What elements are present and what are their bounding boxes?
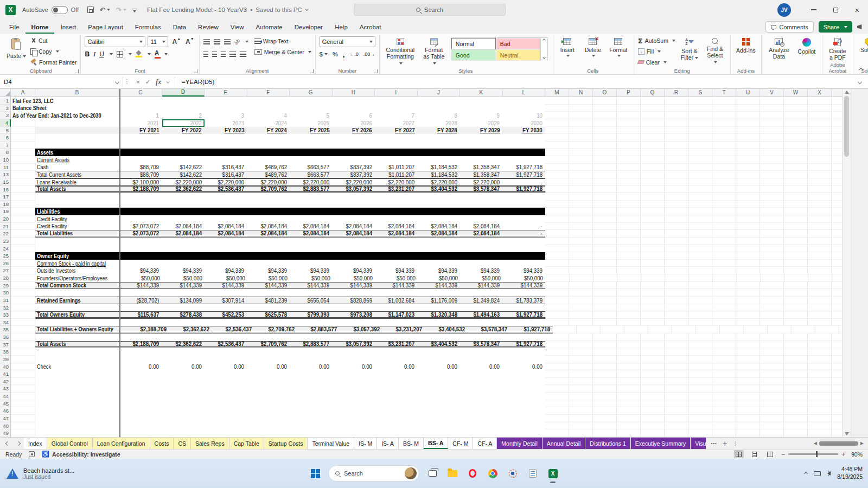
tab-scroll-left-icon[interactable] bbox=[2, 438, 13, 449]
cell-T6[interactable] bbox=[712, 134, 736, 142]
redo-dropdown-icon[interactable] bbox=[123, 9, 126, 11]
cell-E25[interactable] bbox=[205, 252, 247, 260]
accounting-dropdown-icon[interactable] bbox=[324, 53, 328, 55]
cell-X30[interactable] bbox=[808, 289, 832, 297]
cell-B10[interactable]: Current Assets bbox=[35, 156, 119, 164]
cell-V46[interactable] bbox=[760, 407, 784, 415]
cell-D4[interactable]: 2022 bbox=[162, 119, 205, 127]
cell-G31[interactable]: $655,054 bbox=[290, 297, 333, 304]
cell-F43[interactable] bbox=[247, 385, 290, 393]
cell-W46[interactable] bbox=[784, 407, 808, 415]
cell-S2[interactable] bbox=[688, 105, 712, 112]
cell-D7[interactable] bbox=[162, 142, 205, 149]
cell-E27[interactable]: $94,339 bbox=[205, 267, 247, 274]
cell-L36[interactable] bbox=[503, 333, 546, 341]
cell-W18[interactable] bbox=[784, 201, 808, 208]
column-header-B[interactable]: B bbox=[35, 89, 119, 97]
cell-I21[interactable]: $2,084,184 bbox=[375, 223, 418, 230]
row-header-16[interactable]: 16 bbox=[0, 186, 11, 194]
cell-T41[interactable] bbox=[712, 370, 736, 378]
cell-I37[interactable]: $3,231,207 bbox=[375, 342, 418, 347]
cell-P40[interactable] bbox=[617, 363, 641, 371]
cell-K6[interactable] bbox=[460, 134, 503, 142]
cell-I2[interactable] bbox=[375, 105, 418, 112]
column-header-U[interactable]: U bbox=[736, 89, 760, 97]
cell-E36[interactable] bbox=[205, 333, 247, 341]
cell-A19[interactable] bbox=[11, 208, 35, 215]
fx-dropdown-icon[interactable] bbox=[166, 80, 170, 84]
cell-K23[interactable] bbox=[460, 237, 503, 245]
cell-L18[interactable] bbox=[503, 201, 546, 208]
cell-D20[interactable] bbox=[162, 215, 205, 223]
cell-E18[interactable] bbox=[205, 201, 247, 208]
collapse-ribbon-icon[interactable] bbox=[859, 66, 863, 73]
cell-D2[interactable] bbox=[162, 105, 205, 112]
cell-N34[interactable] bbox=[569, 319, 593, 326]
cell-N13[interactable] bbox=[569, 171, 593, 178]
cell-B37[interactable]: Total Assets bbox=[35, 342, 119, 347]
cell-D22[interactable]: $2,084,184 bbox=[162, 230, 205, 236]
cell-B45[interactable] bbox=[35, 400, 119, 408]
sort-filter-button[interactable]: AZ Sort & Filter bbox=[678, 36, 701, 67]
cell-U39[interactable] bbox=[736, 356, 760, 363]
cell-A30[interactable] bbox=[11, 289, 35, 297]
cell-O30[interactable] bbox=[593, 289, 617, 297]
cell-N47[interactable] bbox=[569, 415, 593, 422]
cell-E40[interactable]: 0.00 bbox=[205, 363, 247, 371]
cell-H47[interactable] bbox=[333, 415, 375, 422]
cell-T24[interactable] bbox=[712, 245, 736, 253]
underline-button[interactable]: U bbox=[99, 50, 104, 58]
hscroll-right-icon[interactable]: ▶ bbox=[860, 441, 864, 446]
cell-D40[interactable]: 0.00 bbox=[162, 363, 205, 371]
zoom-thumb[interactable] bbox=[816, 451, 818, 457]
cell-E15[interactable]: $2,220,000 bbox=[205, 179, 247, 185]
cell-T25[interactable] bbox=[712, 252, 736, 260]
cell-B11[interactable]: Cash bbox=[35, 164, 119, 171]
cell-W17[interactable] bbox=[784, 193, 808, 201]
row-header-19[interactable]: 19 bbox=[0, 208, 11, 215]
cell-E5[interactable]: FY 2023 bbox=[205, 127, 247, 134]
sheet-tab-cf-a[interactable]: CF- A bbox=[473, 438, 497, 449]
zoom-in-icon[interactable]: + bbox=[841, 451, 845, 458]
cell-O44[interactable] bbox=[593, 393, 617, 400]
cell-D49[interactable] bbox=[162, 429, 205, 437]
cell-F3[interactable]: 4 bbox=[247, 112, 290, 119]
cell-R19[interactable] bbox=[665, 208, 688, 215]
cell-V30[interactable] bbox=[760, 289, 784, 297]
cell-E7[interactable] bbox=[205, 142, 247, 149]
cell-Q27[interactable] bbox=[641, 267, 665, 274]
cell-W8[interactable] bbox=[784, 149, 808, 156]
cell-E33[interactable]: $452,253 bbox=[205, 312, 247, 317]
cell-W16[interactable] bbox=[784, 186, 808, 194]
cell-C38[interactable] bbox=[119, 348, 162, 356]
cell-G37[interactable]: $2,883,577 bbox=[290, 342, 333, 347]
cell-M35[interactable] bbox=[553, 326, 577, 333]
cell-U7[interactable] bbox=[736, 142, 760, 149]
cell-C13[interactable]: $88,709 bbox=[119, 171, 162, 178]
cell-O25[interactable] bbox=[593, 252, 617, 260]
conditional-formatting-button[interactable]: Conditional Formatting bbox=[384, 36, 417, 67]
select-all-corner[interactable] bbox=[0, 89, 11, 97]
cell-C49[interactable] bbox=[119, 429, 162, 437]
row-header-6[interactable]: 6 bbox=[0, 134, 11, 142]
cell-E35[interactable]: $2,536,437 bbox=[212, 326, 255, 332]
cell-X24[interactable] bbox=[808, 245, 832, 253]
cell-A5[interactable] bbox=[11, 127, 35, 134]
cell-Q41[interactable] bbox=[641, 370, 665, 378]
cell-X18[interactable] bbox=[808, 201, 832, 208]
cell-V48[interactable] bbox=[760, 422, 784, 430]
cell-X38[interactable] bbox=[808, 348, 832, 356]
row-header-40[interactable]: 40 bbox=[0, 363, 11, 371]
cell-G16[interactable]: $2,883,577 bbox=[290, 187, 333, 192]
cell-S43[interactable] bbox=[688, 385, 712, 393]
cell-W13[interactable] bbox=[784, 171, 808, 178]
cell-A2[interactable]: Balance Sheet bbox=[11, 105, 119, 112]
cell-V4[interactable] bbox=[760, 119, 784, 127]
cell-F11[interactable]: $489,762 bbox=[247, 164, 290, 171]
cell-L45[interactable] bbox=[503, 400, 546, 408]
cell-J32[interactable] bbox=[418, 304, 461, 312]
cell-P17[interactable] bbox=[617, 193, 641, 201]
cell-E49[interactable] bbox=[205, 429, 247, 437]
cell-P33[interactable] bbox=[617, 311, 641, 319]
cell-K25[interactable] bbox=[460, 252, 503, 260]
